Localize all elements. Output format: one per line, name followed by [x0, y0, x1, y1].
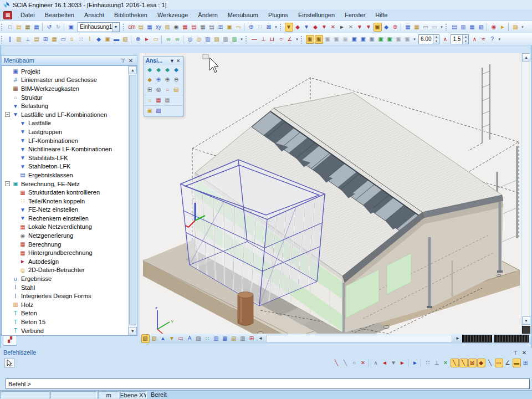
toolbar-icon[interactable]: [245, 35, 248, 44]
close-icon[interactable]: ✕: [127, 58, 135, 64]
clipboard-icon[interactable]: ▥: [163, 23, 172, 32]
toolbar-overflow[interactable]: ▾: [295, 35, 300, 44]
undo-icon[interactable]: ↺: [45, 23, 54, 32]
label-display-icon[interactable]: A: [186, 334, 194, 343]
snap-arc-icon[interactable]: ∠: [504, 359, 512, 367]
zoom-table-icon[interactable]: ⊕: [247, 23, 255, 32]
snap-icon[interactable]: [421, 359, 422, 367]
tree-item[interactable]: − ▼ Stahlbeton-LFK: [2, 162, 128, 171]
zoom-in-icon[interactable]: ⊕: [163, 75, 172, 84]
scroll-left-icon[interactable]: ◄: [257, 334, 265, 343]
select-by-property-icon[interactable]: ▣: [374, 23, 382, 32]
draw-perpendicular-icon[interactable]: ⊥: [259, 35, 268, 44]
undo-point-icon[interactable]: ◄: [381, 359, 389, 367]
scroll-right-icon[interactable]: ►: [454, 334, 462, 343]
close-icon[interactable]: ✕: [520, 350, 529, 356]
select-invert-icon[interactable]: ✕: [347, 23, 355, 32]
spin-up-icon[interactable]: ▲: [433, 35, 439, 39]
subsoil-icon[interactable]: ▬: [112, 35, 121, 44]
save-all-icon[interactable]: ▦: [24, 23, 32, 32]
menu-werkzeuge[interactable]: Werkzeuge: [152, 11, 193, 19]
vertex-up-icon[interactable]: ∧: [372, 359, 380, 367]
fast-draw-icon[interactable]: ▤: [230, 334, 238, 343]
tree-item[interactable]: − ▣ Berechnung, FE-Netz: [2, 180, 128, 188]
printer-icon[interactable]: ▦: [199, 23, 207, 32]
cursor-mode-button[interactable]: [4, 358, 14, 368]
menu-einstellungen[interactable]: Einstellungen: [293, 11, 340, 19]
draw-segment-icon[interactable]: ╲: [332, 359, 341, 367]
hidden-line-render-icon[interactable]: ▦: [163, 96, 172, 105]
display-grid-icon[interactable]: ▣: [403, 35, 412, 44]
display-load-toggle-icon[interactable]: ▣: [306, 35, 314, 44]
connect-members-icon[interactable]: ⊗: [134, 35, 142, 44]
tree-item[interactable]: − ▣ Projekt: [2, 67, 128, 76]
draw-offset-icon[interactable]: ⊔: [268, 35, 277, 44]
scale-curve-icon[interactable]: ≈: [479, 35, 488, 44]
coord-info-icon[interactable]: xy: [155, 23, 163, 32]
open-folder-icon[interactable]: ▤: [15, 23, 23, 32]
tile-windows-icon[interactable]: ▥: [459, 23, 468, 32]
rendered-view-icon[interactable]: ▧: [141, 334, 150, 343]
new-document-icon[interactable]: □: [6, 23, 14, 32]
tree-item[interactable]: − ▼ Belastung: [2, 101, 128, 110]
cross-beam-icon[interactable]: ⊥: [24, 35, 32, 44]
select-add-icon[interactable]: ▼: [365, 23, 373, 32]
toolbar-overflow[interactable]: ▾: [497, 35, 502, 44]
document-info-icon[interactable]: ▣: [226, 23, 234, 32]
display-mesh-icon[interactable]: ▣: [395, 35, 403, 44]
local-axes-icon[interactable]: ∷: [203, 334, 212, 343]
wall-icon[interactable]: ▭: [59, 35, 68, 44]
viewport-hscrollbar[interactable]: [266, 335, 452, 342]
axonometric-view-icon[interactable]: ◆: [172, 65, 181, 74]
spin-down-icon[interactable]: ▼: [433, 39, 439, 44]
tree-item[interactable]: − ▦ Berechnung: [2, 240, 128, 249]
toolbar-icon[interactable]: [280, 23, 283, 32]
chevron-down-icon[interactable]: ▼: [112, 23, 119, 32]
document-new-icon[interactable]: ▭: [234, 23, 243, 32]
scroll-down-icon[interactable]: ▼: [522, 316, 530, 325]
open-workspace-icon[interactable]: ▨: [511, 23, 520, 32]
close-polygon-icon[interactable]: ▼: [390, 359, 398, 367]
toolbar-icon[interactable]: [401, 23, 402, 32]
cursor-snap-flag-icon[interactable]: ►: [411, 359, 420, 367]
snap-intersection-icon[interactable]: ✕: [442, 359, 450, 367]
tree-item[interactable]: − ▥ Holz: [2, 300, 128, 309]
toolbar-icon[interactable]: [487, 23, 488, 32]
clip-box-icon[interactable]: ▣: [146, 106, 154, 115]
menu-plugins[interactable]: Plugins: [263, 11, 293, 19]
toolbar-icon[interactable]: [1, 35, 4, 44]
columns-view-icon[interactable]: ▥: [222, 35, 230, 44]
project-combobox[interactable]: Einhausung1 2016 ▼: [78, 22, 120, 32]
grid-size-spinner[interactable]: 6.00 ▲▼: [418, 34, 439, 44]
section-display-icon[interactable]: ▦: [221, 334, 229, 343]
tree-item[interactable]: − ▼ Lastfälle und LF-Kombinationen: [2, 110, 128, 119]
tree-item[interactable]: − ◎ 2D-Daten-Betrachter: [2, 266, 128, 275]
tree-item[interactable]: − ▤ Ergebnisklassen: [2, 171, 128, 180]
beam-tool-icon[interactable]: ▥: [15, 35, 23, 44]
select-circle-icon[interactable]: ▼: [320, 23, 329, 32]
visibility-glasses2-icon[interactable]: ∞: [173, 35, 182, 44]
tree-item[interactable]: − T Beton 15: [2, 318, 128, 326]
scroll-down-icon[interactable]: ▼: [129, 327, 137, 335]
tree-scrollbar[interactable]: ▲ ▼: [128, 66, 137, 335]
node-icon[interactable]: ∷: [77, 35, 85, 44]
tree-item[interactable]: − ∪ Ergebnisse: [2, 274, 128, 283]
wire-view-icon[interactable]: ▧: [150, 334, 158, 343]
select-rect-icon[interactable]: ▼: [303, 23, 311, 32]
zoom-selection-icon[interactable]: ○: [163, 85, 172, 94]
view-side-icon[interactable]: ◆: [163, 65, 172, 74]
render-mode-icon[interactable]: ▨: [195, 334, 203, 343]
copy-attributes-icon[interactable]: ▥: [204, 35, 212, 44]
toolbar-icon[interactable]: [508, 23, 510, 32]
toolbar-overflow[interactable]: ▾: [239, 35, 244, 44]
plate-icon[interactable]: ▦: [50, 35, 59, 44]
display-supports-icon[interactable]: ▣: [324, 35, 332, 44]
select-line-icon[interactable]: ◆: [294, 23, 302, 32]
snap-node-icon[interactable]: ╲: [486, 359, 494, 367]
selection-arrow-icon[interactable]: ▼: [285, 23, 293, 32]
named-selection-icon[interactable]: ▦: [413, 23, 421, 32]
snap-midpoint-icon[interactable]: ╲: [459, 359, 468, 367]
tree-item[interactable]: − ▼ Lastgruppen: [2, 127, 128, 136]
cascade-windows-icon[interactable]: ▤: [451, 23, 459, 32]
snap-icon[interactable]: [408, 359, 410, 367]
